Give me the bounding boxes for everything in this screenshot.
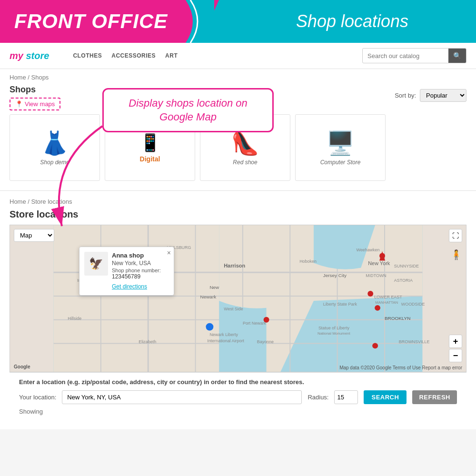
nav-clothes[interactable]: CLOTHES xyxy=(73,52,102,59)
shop-card-logo-computer: 🖥️ xyxy=(326,130,355,157)
logo[interactable]: my store xyxy=(10,50,49,61)
store-section: Home / Store locations Store locations xyxy=(0,191,476,429)
annotation-text: Display shops location on Google Map xyxy=(116,97,260,124)
svg-text:BROOKLYN: BROOKLYN xyxy=(385,316,410,321)
popup-phone-label: Shop phone number: xyxy=(112,268,169,273)
radius-input[interactable] xyxy=(334,390,358,404)
popup-directions-link[interactable]: Get directions xyxy=(112,283,147,290)
svg-text:Statue of Liberty: Statue of Liberty xyxy=(318,326,350,330)
svg-point-48 xyxy=(372,343,378,348)
nav-accessories[interactable]: ACCESSORIES xyxy=(111,52,156,59)
svg-text:Port Newark: Port Newark xyxy=(243,321,267,326)
google-logo: Google xyxy=(14,364,30,369)
shop-card-name-redshoe: Red shoe xyxy=(233,159,257,166)
svg-text:WOODSIDE: WOODSIDE xyxy=(401,302,425,307)
sort-label: Sort by: xyxy=(395,92,416,99)
showing-text: Showing xyxy=(19,408,457,415)
svg-text:MANHATTAN: MANHATTAN xyxy=(375,300,398,305)
your-location-label: Your location: xyxy=(19,394,56,401)
svg-point-45 xyxy=(367,291,373,297)
header-left: FRONT OFFICE xyxy=(0,0,200,43)
search-box: 🔍 xyxy=(362,48,466,63)
radius-label: Radius: xyxy=(307,394,328,401)
main-content: Home / Shops Shops 📍 View maps Sort by: … xyxy=(0,69,476,476)
svg-text:Newark: Newark xyxy=(200,294,217,299)
location-search-row: Your location: Radius: SEARCH REFRESH xyxy=(19,390,457,404)
shop-locations-title: Shop locations xyxy=(296,11,408,31)
nav-art[interactable]: ART xyxy=(165,52,178,59)
map-pin-icon: 📍 xyxy=(15,100,23,108)
map-svg: VAILSBURG Branch Brook Park Irvington Hi… xyxy=(10,225,466,372)
shops-title: Shops xyxy=(10,85,60,95)
svg-text:International Airport: International Airport xyxy=(207,338,244,343)
shop-card-demo[interactable]: 👗 Shop demo xyxy=(10,114,100,181)
map-info-popup: × 🦅 Anna shop New York, USA Shop phone n… xyxy=(79,247,174,296)
popup-location: New York, USA xyxy=(112,260,169,267)
shop-card-name-computer: Computer Store xyxy=(320,159,361,166)
popup-logo-icon: 🦅 xyxy=(89,257,103,270)
store-title: Store locations xyxy=(10,209,466,220)
front-office-title: FRONT OFFICE xyxy=(14,10,168,33)
svg-text:LOWER EAST: LOWER EAST xyxy=(374,295,402,299)
sort-select[interactable]: Popular Name A-Z Name Z-A xyxy=(420,89,466,102)
search-input[interactable] xyxy=(363,52,448,60)
svg-text:Newark Liberty: Newark Liberty xyxy=(209,332,238,337)
svg-text:MIDTOWN: MIDTOWN xyxy=(366,273,387,278)
view-maps-label: View maps xyxy=(25,100,55,108)
shop-card-logo-digital: 📱 xyxy=(139,133,161,153)
shop-card-logo-redshoe: 👠 xyxy=(231,130,259,157)
svg-text:Jersey City: Jersey City xyxy=(323,273,347,278)
search-action-button[interactable]: SEARCH xyxy=(364,390,407,404)
svg-text:SUNNYSIDE: SUNNYSIDE xyxy=(394,264,419,268)
store-breadcrumb: Home / Store locations xyxy=(10,198,466,205)
popup-phone: 123456789 xyxy=(112,273,169,280)
popup-close-button[interactable]: × xyxy=(167,249,171,257)
map-type-select[interactable]: Map Satellite xyxy=(14,229,54,242)
shop-card-name-digital: Digital xyxy=(140,155,160,163)
svg-text:National Monument: National Monument xyxy=(317,332,351,336)
sort-bar: Sort by: Popular Name A-Z Name Z-A xyxy=(395,89,466,102)
svg-text:New: New xyxy=(209,285,219,290)
map-zoom-plus-button[interactable]: + xyxy=(449,335,462,348)
street-view-icon[interactable]: 🧍 xyxy=(450,249,462,260)
logo-my: my xyxy=(10,50,23,61)
logo-store: store xyxy=(26,50,49,61)
svg-text:ASTORIA: ASTORIA xyxy=(394,278,413,283)
annotation-popup: Display shops location on Google Map xyxy=(102,88,274,132)
popup-info: Anna shop New York, USA Shop phone numbe… xyxy=(112,252,169,290)
refresh-button[interactable]: REFRESH xyxy=(412,390,457,404)
location-search-instruction: Enter a location (e.g. zip/postal code, … xyxy=(19,378,457,386)
popup-content: 🦅 Anna shop New York, USA Shop phone num… xyxy=(84,252,169,290)
map-zoom-minus-button[interactable]: − xyxy=(449,349,462,362)
svg-text:Hillside: Hillside xyxy=(68,316,81,321)
header-banner: FRONT OFFICE Shop locations xyxy=(0,0,476,43)
location-search: Enter a location (e.g. zip/postal code, … xyxy=(10,372,466,422)
header-right: Shop locations xyxy=(200,0,476,43)
svg-text:Liberty State Park: Liberty State Park xyxy=(323,302,357,307)
svg-text:New York: New York xyxy=(368,260,390,266)
map-container[interactable]: VAILSBURG Branch Brook Park Irvington Hi… xyxy=(10,225,466,372)
nav-links: CLOTHES ACCESSORIES ART xyxy=(73,52,348,59)
location-input[interactable] xyxy=(62,390,302,404)
svg-point-47 xyxy=(264,317,269,323)
svg-text:Bayonne: Bayonne xyxy=(257,339,274,344)
svg-point-46 xyxy=(375,305,380,311)
svg-text:Elizabeth: Elizabeth xyxy=(139,339,156,344)
navbar: my store CLOTHES ACCESSORIES ART 🔍 xyxy=(0,43,476,69)
svg-text:West Side: West Side xyxy=(224,307,243,311)
svg-text:Hoboken: Hoboken xyxy=(299,259,317,264)
svg-text:Harrison: Harrison xyxy=(224,263,245,268)
svg-text:Weehawken: Weehawken xyxy=(356,248,379,252)
breadcrumb: Home / Shops xyxy=(10,74,466,81)
popup-shop-name: Anna shop xyxy=(112,252,169,259)
map-expand-button[interactable]: ⛶ xyxy=(449,229,462,242)
shop-card-computer[interactable]: 🖥️ Computer Store xyxy=(295,114,386,181)
shop-card-name-demo: Shop demo xyxy=(40,159,69,166)
svg-point-49 xyxy=(206,323,213,331)
shop-card-logo-demo: 👗 xyxy=(40,130,69,157)
popup-logo: 🦅 xyxy=(84,252,108,276)
search-button[interactable]: 🔍 xyxy=(448,48,466,63)
view-maps-button[interactable]: 📍 View maps xyxy=(10,98,60,110)
map-credit: Map data ©2020 Google Terms of Use Repor… xyxy=(339,365,462,370)
svg-text:BROWNSVILLE: BROWNSVILLE xyxy=(399,339,430,344)
